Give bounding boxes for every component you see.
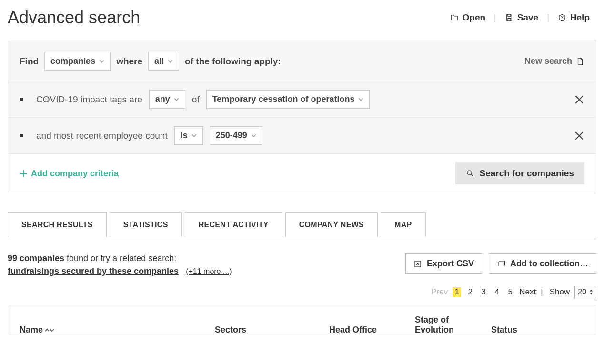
plus-icon [20, 170, 27, 177]
related-search-link[interactable]: fundraisings secured by these companies [8, 266, 179, 276]
collection-icon [497, 260, 505, 268]
remove-criteria-button[interactable] [574, 131, 584, 141]
pager: Prev 1 2 3 4 5 Next | Show 20 [8, 286, 596, 298]
chevron-down-icon [358, 97, 363, 102]
divider: | [545, 13, 551, 23]
add-to-collection-label: Add to collection… [510, 259, 588, 269]
folder-icon [450, 13, 459, 22]
add-criteria-button[interactable]: Add company criteria [20, 169, 119, 179]
page-title: Advanced search [8, 8, 140, 28]
show-value: 20 [578, 288, 586, 296]
where-label: where [116, 56, 142, 67]
search-builder: Find companies where all of the followin… [8, 41, 596, 193]
criteria-op-dropdown[interactable]: is [174, 126, 203, 145]
column-head-office[interactable]: Head Office [329, 325, 396, 335]
pager-page-2[interactable]: 2 [466, 287, 474, 297]
top-actions: Open | Save | Help [443, 10, 597, 26]
add-criteria-label: Add company criteria [31, 169, 119, 179]
of-label: of [192, 94, 200, 105]
column-stage-of-evolution[interactable]: Stage of Evolution [415, 315, 472, 335]
results-count: 99 companies [8, 253, 64, 263]
save-icon [505, 13, 513, 22]
pager-page-5[interactable]: 5 [506, 287, 514, 297]
sort-arrows-icon[interactable] [45, 325, 54, 335]
column-name[interactable]: Name [20, 325, 196, 335]
tab-statistics[interactable]: STATISTICS [110, 212, 182, 237]
criteria-label: COVID-19 impact tags are [36, 94, 142, 105]
criteria-value: 250-499 [216, 131, 247, 141]
more-related-link[interactable]: (+11 more ...) [186, 267, 232, 275]
criteria-op-value: any [155, 94, 170, 104]
tab-search-results[interactable]: SEARCH RESULTS [8, 212, 107, 237]
tabs: SEARCH RESULTS STATISTICS RECENT ACTIVIT… [8, 212, 596, 237]
add-to-collection-button[interactable]: Add to collection… [489, 253, 596, 274]
column-name-label: Name [20, 325, 43, 335]
tab-map[interactable]: MAP [381, 212, 425, 237]
pager-page-3[interactable]: 3 [479, 287, 488, 297]
open-button[interactable]: Open [443, 10, 493, 26]
show-per-page-select[interactable]: 20 [574, 286, 596, 298]
new-document-icon [576, 57, 584, 66]
updown-icon [589, 289, 593, 295]
builder-head: Find companies where all of the followin… [8, 41, 596, 81]
chevron-down-icon [251, 133, 256, 138]
export-csv-label: Export CSV [427, 259, 474, 269]
chevron-down-icon [99, 59, 104, 64]
criteria-row: and most recent employee count is 250-49… [8, 118, 596, 154]
entity-dropdown[interactable]: companies [44, 52, 111, 71]
save-label: Save [517, 12, 538, 23]
open-label: Open [463, 12, 486, 23]
bullet-icon [20, 98, 23, 101]
pager-divider: | [541, 287, 543, 297]
results-found-text: found or try a related search: [64, 253, 176, 263]
pager-page-1[interactable]: 1 [453, 287, 461, 297]
criteria-value-dropdown[interactable]: Temporary cessation of operations [206, 90, 370, 109]
search-button[interactable]: Search for companies [455, 162, 584, 184]
pager-page-4[interactable]: 4 [493, 287, 501, 297]
quantifier-dropdown[interactable]: all [148, 52, 179, 71]
help-button[interactable]: Help [551, 10, 596, 26]
search-icon [466, 169, 474, 178]
remove-criteria-button[interactable] [574, 94, 584, 105]
pager-next[interactable]: Next [519, 287, 536, 297]
column-sectors[interactable]: Sectors [215, 325, 310, 335]
chevron-down-icon [174, 97, 179, 102]
help-icon [558, 13, 566, 22]
export-icon [413, 260, 422, 268]
criteria-value: Temporary cessation of operations [212, 94, 355, 104]
show-label: Show [550, 287, 570, 297]
help-label: Help [570, 12, 590, 23]
save-button[interactable]: Save [498, 10, 545, 26]
export-csv-button[interactable]: Export CSV [405, 253, 482, 274]
svg-point-0 [467, 171, 472, 175]
criteria-label: and most recent employee count [36, 131, 168, 141]
new-search-button[interactable]: New search [524, 56, 584, 66]
bullet-icon [20, 134, 23, 137]
chevron-down-icon [191, 133, 197, 138]
entity-value: companies [50, 56, 95, 66]
tab-company-news[interactable]: COMPANY NEWS [285, 212, 378, 237]
pager-prev: Prev [431, 287, 448, 297]
apply-label: of the following apply: [185, 56, 281, 67]
criteria-value-dropdown[interactable]: 250-499 [210, 126, 262, 145]
find-label: Find [20, 56, 39, 67]
search-button-label: Search for companies [479, 168, 574, 179]
quantifier-value: all [154, 56, 164, 66]
builder-footer: Add company criteria Search for companie… [8, 154, 596, 193]
criteria-op-dropdown[interactable]: any [149, 90, 185, 109]
tab-recent-activity[interactable]: RECENT ACTIVITY [185, 212, 282, 237]
column-status[interactable]: Status [491, 325, 548, 335]
divider: | [492, 13, 498, 23]
results-table: Name Sectors Head Office Stage of Evolut… [8, 305, 596, 335]
results-summary: 99 companies found or try a related sear… [8, 253, 232, 276]
table-header-row: Name Sectors Head Office Stage of Evolut… [20, 315, 584, 335]
criteria-row: COVID-19 impact tags are any of Temporar… [8, 81, 596, 118]
criteria-op-value: is [181, 131, 188, 141]
chevron-down-icon [168, 59, 173, 64]
new-search-label: New search [524, 56, 572, 66]
